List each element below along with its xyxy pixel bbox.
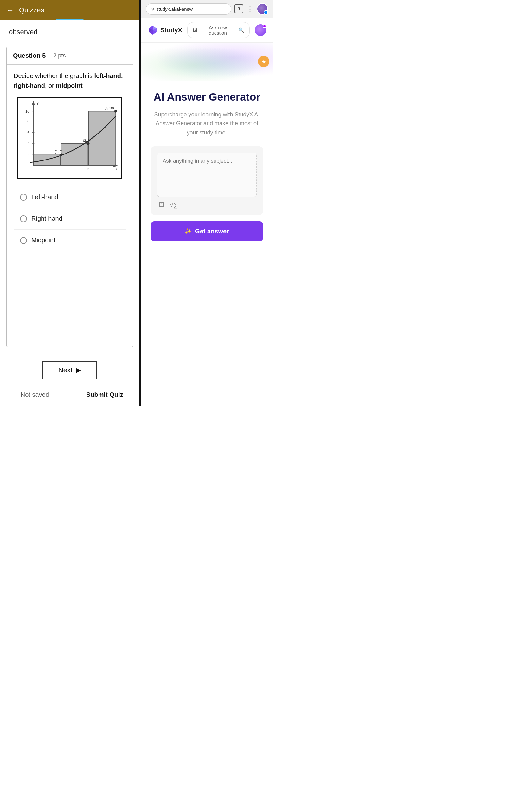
svg-text:3: 3 bbox=[115, 167, 117, 171]
ai-answer-section: AI Answer Generator Supercharge your lea… bbox=[141, 81, 273, 248]
graph-svg: 2 4 6 8 10 1 2 bbox=[20, 99, 120, 175]
url-icon: ⊙ bbox=[151, 6, 154, 11]
back-button[interactable]: ← bbox=[6, 6, 14, 14]
studyx-nav: StudyX 🖼 Ask new question 🔍 bbox=[141, 18, 273, 43]
question-pts: 2 pts bbox=[53, 52, 66, 59]
question-label: Question 5 bbox=[13, 52, 46, 59]
svg-text:(2, 5): (2, 5) bbox=[83, 139, 91, 142]
option-label-midpoint: Midpoint bbox=[32, 237, 55, 244]
option-left-hand[interactable]: Left-hand bbox=[14, 187, 126, 208]
gradient-blob: ★ bbox=[141, 43, 273, 81]
get-answer-button[interactable]: ✨ Get answer bbox=[151, 221, 263, 241]
ai-subtitle: Supercharge your learning with StudyX AI… bbox=[151, 110, 263, 137]
ai-toolbar: 🖼 √∑ bbox=[157, 198, 257, 209]
image-icon: 🖼 bbox=[193, 28, 198, 33]
svg-point-24 bbox=[60, 154, 62, 156]
question-text: Decide whether the graph is left-hand, r… bbox=[14, 71, 126, 91]
radio-midpoint[interactable] bbox=[20, 237, 27, 244]
sparkle-icon: ✨ bbox=[185, 228, 192, 235]
quiz-header-title: Quizzes bbox=[19, 6, 44, 14]
radio-left-hand[interactable] bbox=[20, 194, 27, 201]
option-label-left-hand: Left-hand bbox=[32, 194, 58, 201]
browser-menu-icon[interactable]: ⋮ bbox=[246, 5, 253, 13]
svg-rect-22 bbox=[61, 144, 88, 165]
svg-text:y: y bbox=[37, 101, 39, 105]
svg-text:4: 4 bbox=[27, 142, 30, 146]
svg-text:2: 2 bbox=[27, 153, 29, 157]
graph-container: 2 4 6 8 10 1 2 bbox=[17, 97, 122, 179]
tab-count[interactable]: 3 bbox=[234, 4, 243, 13]
quiz-panel: ← Quizzes observed Question 5 2 pts Deci… bbox=[0, 0, 139, 406]
studyx-logo: StudyX bbox=[148, 25, 182, 35]
radio-right-hand[interactable] bbox=[20, 215, 27, 222]
ai-question-input[interactable] bbox=[157, 153, 257, 197]
search-icon: 🔍 bbox=[238, 27, 244, 33]
svg-text:8: 8 bbox=[27, 119, 29, 123]
ai-input-box: 🖼 √∑ bbox=[151, 146, 263, 215]
svg-rect-21 bbox=[34, 155, 60, 165]
svg-text:10: 10 bbox=[25, 109, 30, 113]
question-header: Question 5 2 pts bbox=[7, 47, 133, 65]
svg-text:2: 2 bbox=[87, 167, 89, 171]
avatar bbox=[257, 3, 268, 14]
observed-label: observed bbox=[0, 20, 139, 39]
question-card: Question 5 2 pts Decide whether the grap… bbox=[6, 47, 133, 347]
messenger-icon bbox=[264, 10, 268, 14]
ask-new-question-button[interactable]: 🖼 Ask new question 🔍 bbox=[187, 22, 250, 38]
image-upload-icon[interactable]: 🖼 bbox=[158, 201, 165, 209]
bottom-bar: Not saved Submit Quiz bbox=[0, 383, 139, 406]
next-button[interactable]: Next ▶ bbox=[43, 361, 97, 379]
ai-title: AI Answer Generator bbox=[151, 90, 263, 104]
submit-quiz-button[interactable]: Submit Quiz bbox=[70, 384, 140, 406]
browser-bar: ⊙ studyx.ai/ai-answ 3 ⋮ bbox=[141, 0, 273, 18]
orange-bubble: ★ bbox=[258, 56, 269, 67]
svg-point-28 bbox=[114, 110, 117, 112]
studyx-logo-icon bbox=[148, 25, 158, 35]
option-label-right-hand: Right-hand bbox=[32, 215, 62, 222]
svg-text:(3, 10): (3, 10) bbox=[105, 106, 114, 110]
math-formula-icon[interactable]: √∑ bbox=[170, 201, 178, 209]
option-midpoint[interactable]: Midpoint bbox=[14, 230, 126, 251]
not-saved-label: Not saved bbox=[0, 384, 70, 406]
quiz-header: ← Quizzes bbox=[0, 0, 139, 20]
svg-point-26 bbox=[87, 142, 89, 145]
svg-text:(1, 2): (1, 2) bbox=[55, 150, 62, 154]
studyx-logo-text: StudyX bbox=[160, 27, 182, 34]
next-row: Next ▶ bbox=[0, 355, 139, 383]
option-right-hand[interactable]: Right-hand bbox=[14, 208, 126, 230]
studyx-panel: ⊙ studyx.ai/ai-answ 3 ⋮ StudyX bbox=[141, 0, 273, 406]
next-arrow-icon: ▶ bbox=[76, 366, 81, 374]
options-list: Left-hand Right-hand Midpoint bbox=[14, 187, 126, 251]
url-text: studyx.ai/ai-answ bbox=[156, 6, 193, 12]
svg-text:6: 6 bbox=[27, 131, 29, 135]
svg-text:1: 1 bbox=[60, 167, 62, 171]
question-body: Decide whether the graph is left-hand, r… bbox=[7, 65, 133, 257]
url-bar[interactable]: ⊙ studyx.ai/ai-answ bbox=[146, 3, 231, 14]
